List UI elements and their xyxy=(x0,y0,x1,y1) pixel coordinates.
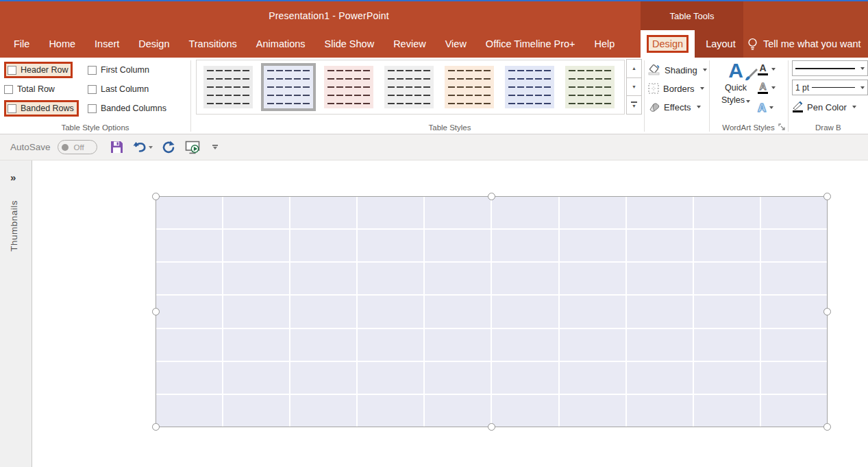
table-cell[interactable] xyxy=(694,362,760,394)
checkbox[interactable] xyxy=(88,104,97,113)
table-cell[interactable] xyxy=(560,362,625,394)
table-cell[interactable] xyxy=(694,329,760,361)
checkbox-item-first-column[interactable]: First Column xyxy=(88,62,149,78)
checkbox[interactable] xyxy=(8,104,16,113)
save-button[interactable] xyxy=(108,139,126,156)
table-cell[interactable] xyxy=(627,395,693,427)
checkbox-item-total-row[interactable]: Total Row xyxy=(4,81,55,97)
table-cell[interactable] xyxy=(761,263,827,294)
table-cell[interactable] xyxy=(761,197,827,228)
tell-me-box[interactable]: Tell me what you want xyxy=(747,30,861,58)
tab-table-layout[interactable]: Layout xyxy=(695,30,747,58)
table-cell[interactable] xyxy=(223,395,289,427)
table-cell[interactable] xyxy=(761,296,827,327)
table-cell[interactable] xyxy=(156,296,222,327)
table-cell[interactable] xyxy=(492,362,558,394)
gallery-scroll-up-button[interactable]: ▲ xyxy=(626,59,642,78)
table-cell[interactable] xyxy=(290,296,356,327)
text-effects-button[interactable]: A xyxy=(758,100,785,115)
wordart-dialog-launcher-icon[interactable] xyxy=(778,123,786,131)
table-cell[interactable] xyxy=(627,230,693,261)
borders-button[interactable]: Borders xyxy=(648,81,704,96)
table-cell[interactable] xyxy=(223,263,289,294)
table-cell[interactable] xyxy=(223,362,289,394)
table-cell[interactable] xyxy=(560,230,625,261)
start-from-beginning-button[interactable] xyxy=(184,139,202,156)
table-cell[interactable] xyxy=(290,263,356,294)
table-cell[interactable] xyxy=(425,329,491,361)
table-cell[interactable] xyxy=(425,263,491,294)
table-cell[interactable] xyxy=(156,395,222,427)
table-cell[interactable] xyxy=(694,230,760,261)
table-cell[interactable] xyxy=(492,263,558,294)
table-style-thumbnail-style-light-red[interactable] xyxy=(324,66,373,108)
slide-table[interactable] xyxy=(156,196,828,427)
table-style-thumbnail-style-light-blue-selected[interactable] xyxy=(264,66,313,108)
table-cell[interactable] xyxy=(290,230,356,261)
table-resize-handle-bottom-middle[interactable] xyxy=(488,423,495,431)
table-cell[interactable] xyxy=(694,296,760,327)
table-resize-handle-top-right[interactable] xyxy=(823,193,831,200)
table-cell[interactable] xyxy=(358,197,423,228)
table-resize-handle-top-left[interactable] xyxy=(152,193,160,200)
shading-button[interactable]: Shading xyxy=(648,62,707,77)
table-cell[interactable] xyxy=(156,362,222,394)
table-cell[interactable] xyxy=(223,329,289,361)
table-cell[interactable] xyxy=(358,263,423,294)
table-cell[interactable] xyxy=(694,395,760,427)
table-cell[interactable] xyxy=(156,230,222,261)
table-cell[interactable] xyxy=(358,329,423,361)
pen-color-button[interactable]: Pen Color xyxy=(792,99,856,115)
table-cell[interactable] xyxy=(761,395,827,427)
autosave-toggle[interactable]: Off xyxy=(58,140,97,154)
table-cell[interactable] xyxy=(761,329,827,361)
table-style-thumbnail-style-light-orange[interactable] xyxy=(445,66,494,108)
expand-thumbnails-chevron-icon[interactable]: » xyxy=(10,171,16,183)
table-resize-handle-bottom-right[interactable] xyxy=(823,423,831,431)
table-cell[interactable] xyxy=(290,362,356,394)
pen-style-dropdown[interactable] xyxy=(792,60,868,76)
table-cell[interactable] xyxy=(156,263,222,294)
table-cell[interactable] xyxy=(290,197,356,228)
tab-review[interactable]: Review xyxy=(384,30,436,58)
checkbox-item-last-column[interactable]: Last Column xyxy=(88,81,149,97)
tab-home[interactable]: Home xyxy=(39,30,85,58)
tab-design[interactable]: Design xyxy=(129,30,179,58)
checkbox[interactable] xyxy=(88,85,97,94)
table-cell[interactable] xyxy=(223,197,289,228)
table-cell[interactable] xyxy=(560,263,625,294)
customize-qat-button[interactable] xyxy=(209,139,221,156)
gallery-more-button[interactable]: ▼ xyxy=(626,95,642,115)
table-cell[interactable] xyxy=(425,197,491,228)
table-cell[interactable] xyxy=(492,395,558,427)
tab-file[interactable]: File xyxy=(4,30,39,58)
checkbox-item-header-row[interactable]: Header Row xyxy=(4,62,73,78)
tab-office-timeline-pro-[interactable]: Office Timeline Pro+ xyxy=(476,30,585,58)
table-cell[interactable] xyxy=(223,230,289,261)
table-cell[interactable] xyxy=(560,395,625,427)
table-cell[interactable] xyxy=(425,230,491,261)
table-cell[interactable] xyxy=(761,362,827,394)
table-cell[interactable] xyxy=(156,329,222,361)
table-cell[interactable] xyxy=(560,296,625,327)
table-cell[interactable] xyxy=(425,296,491,327)
table-cell[interactable] xyxy=(627,362,693,394)
table-cell[interactable] xyxy=(627,263,693,294)
table-cell[interactable] xyxy=(425,362,491,394)
table-style-thumbnail-style-blue[interactable] xyxy=(505,66,554,108)
text-fill-button[interactable]: A xyxy=(758,62,785,77)
table-cell[interactable] xyxy=(358,395,423,427)
undo-dropdown-caret-icon[interactable] xyxy=(149,146,153,149)
table-cell[interactable] xyxy=(694,263,760,294)
table-cell[interactable] xyxy=(358,230,423,261)
table-resize-handle-bottom-left[interactable] xyxy=(152,423,160,431)
table-cell[interactable] xyxy=(358,296,423,327)
text-outline-button[interactable]: A xyxy=(758,80,785,95)
table-cell[interactable] xyxy=(492,296,558,327)
checkbox[interactable] xyxy=(8,66,16,75)
tab-view[interactable]: View xyxy=(436,30,476,58)
table-cell[interactable] xyxy=(223,296,289,327)
table-cell[interactable] xyxy=(156,197,222,228)
table-cell[interactable] xyxy=(358,362,423,394)
table-resize-handle-middle-right[interactable] xyxy=(823,308,831,315)
